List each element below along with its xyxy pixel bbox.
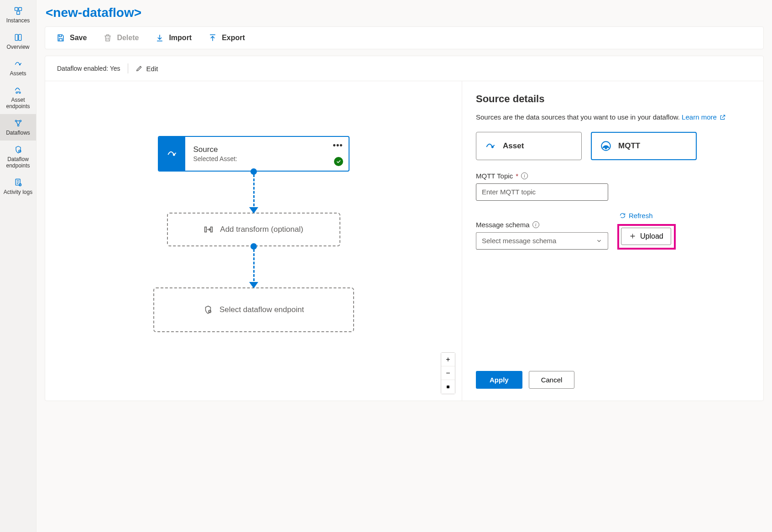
upload-highlight: Upload [617,224,676,250]
svg-rect-4 [18,34,21,40]
svg-point-19 [492,146,493,147]
save-button[interactable]: Save [56,33,87,42]
card-header: Dataflow enabled: Yes Edit [45,56,763,81]
sidebar-item-activity-logs[interactable]: Activity logs [0,173,36,200]
svg-rect-1 [18,8,21,11]
source-node[interactable]: ••• Source Selected Asset: [158,136,349,172]
source-node-title: Source [193,145,340,154]
apply-button[interactable]: Apply [476,371,522,389]
check-icon [334,157,343,166]
sidebar-item-dataflows[interactable]: Dataflows [0,114,36,141]
svg-rect-3 [15,34,18,40]
dataflow-enabled-status: Dataflow enabled: Yes [57,65,120,72]
source-node-icon [159,137,185,171]
dataflow-endpoints-icon [14,145,23,154]
dataflows-icon [14,119,23,128]
upload-button[interactable]: Upload [621,228,671,245]
learn-more-link[interactable]: Learn more [682,113,726,121]
sidebar-item-instances[interactable]: Instances [0,2,36,28]
sidebar-label: Dataflow endpoints [2,156,34,169]
footer-actions: Apply Cancel [476,357,750,389]
svg-point-8 [15,120,16,121]
source-type-mqtt[interactable]: MQTT [591,132,697,160]
edit-label: Edit [146,65,158,73]
sidebar-item-asset-endpoints[interactable]: Asset endpoints [0,81,36,114]
svg-point-7 [19,92,20,93]
mqtt-topic-input[interactable] [476,183,608,201]
page-title: <new-dataflow> [46,5,764,20]
sidebar-item-overview[interactable]: Overview [0,28,36,55]
source-type-asset-label: Asset [503,141,524,151]
svg-rect-0 [15,8,18,11]
source-type-asset[interactable]: Asset [476,132,582,160]
zoom-fit-button[interactable] [441,380,455,394]
source-type-row: Asset MQTT [476,132,750,160]
delete-label: Delete [117,34,139,42]
select-endpoint-placeholder[interactable]: Select dataflow endpoint [153,287,354,332]
message-schema-select[interactable]: Select message schema [476,232,608,250]
delete-button: Delete [103,33,139,42]
details-heading: Source details [476,93,750,105]
add-transform-label: Add transform (optional) [220,225,303,234]
svg-rect-2 [16,11,20,15]
sidebar-label: Instances [6,17,30,24]
info-icon[interactable]: i [532,221,539,228]
connector [253,246,254,287]
message-schema-label: Message schema i [476,221,608,229]
toolbar: Save Delete Import Export [45,26,764,49]
card-body: ••• Source Selected Asset: [45,81,763,401]
sidebar-label: Dataflows [6,130,30,136]
zoom-in-button[interactable]: + [441,353,455,366]
svg-rect-18 [447,386,449,388]
sidebar-label: Overview [6,44,29,50]
svg-rect-15 [205,227,207,232]
instances-icon [14,6,23,16]
select-endpoint-label: Select dataflow endpoint [219,305,304,314]
main-area: <new-dataflow> Save Delete Import Export [37,0,772,532]
svg-rect-16 [211,227,213,232]
asset-endpoints-icon [14,86,23,95]
source-node-subtitle: Selected Asset: [193,155,340,162]
plus-icon [629,232,636,240]
mqtt-topic-label: MQTT Topic * i [476,172,750,180]
svg-point-9 [20,120,21,121]
chevron-down-icon [596,238,602,244]
svg-point-14 [173,154,174,156]
activity-logs-icon [14,178,23,187]
canvas[interactable]: ••• Source Selected Asset: [45,81,462,401]
sidebar-label: Assets [10,70,26,77]
sidebar: Instances Overview Assets Asset endpoint… [0,0,37,532]
source-type-mqtt-label: MQTT [618,141,640,151]
details-panel: Source details Sources are the data sour… [462,81,763,401]
save-label: Save [70,34,87,42]
sidebar-label: Asset endpoints [2,97,34,110]
export-label: Export [222,34,245,42]
assets-icon [14,59,23,68]
separator [128,63,128,73]
source-node-menu[interactable]: ••• [333,141,343,150]
svg-point-10 [17,125,19,126]
external-link-icon [720,114,726,122]
connector [253,172,254,213]
edit-button[interactable]: Edit [136,65,158,73]
refresh-icon [619,212,626,219]
sidebar-item-dataflow-endpoints[interactable]: Dataflow endpoints [0,141,36,173]
sidebar-item-assets[interactable]: Assets [0,55,36,81]
overview-icon [14,33,23,42]
refresh-link[interactable]: Refresh [617,212,653,219]
required-marker: * [516,172,518,180]
import-button[interactable]: Import [155,33,192,42]
cancel-button[interactable]: Cancel [529,371,575,389]
svg-point-5 [19,64,20,65]
details-description: Sources are the data sources that you wa… [476,113,750,122]
dataflow-card: Dataflow enabled: Yes Edit [45,56,764,401]
sidebar-label: Activity logs [4,189,32,195]
message-schema-placeholder: Select message schema [482,237,556,245]
info-icon[interactable]: i [521,172,528,179]
import-label: Import [169,34,192,42]
svg-point-6 [16,92,17,93]
export-button[interactable]: Export [208,33,245,42]
add-transform-placeholder[interactable]: Add transform (optional) [167,213,340,246]
zoom-out-button[interactable]: − [441,366,455,380]
zoom-controls: + − [441,352,455,394]
